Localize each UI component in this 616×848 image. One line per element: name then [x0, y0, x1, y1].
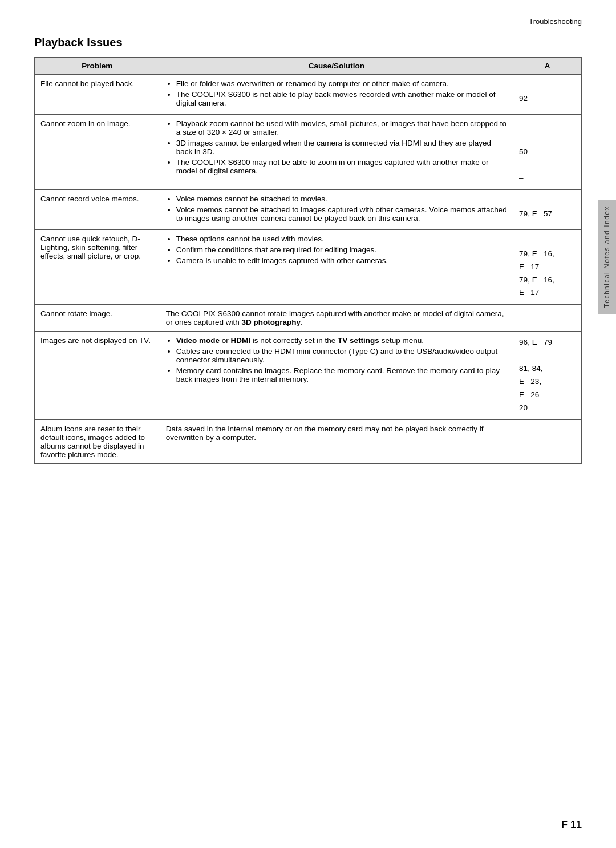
table-row: Album icons are reset to their default i… [35, 420, 582, 464]
list-item: Memory card contains no images. Replace … [176, 366, 507, 383]
cause-cell: Voice memos cannot be attached to movies… [160, 189, 513, 229]
a-cell: –92 [513, 75, 582, 115]
list-item: Voice memos cannot be attached to images… [176, 205, 507, 223]
a-cell: – [513, 305, 582, 332]
page-title: Playback Issues [34, 36, 582, 49]
cause-cell: These options cannot be used with movies… [160, 229, 513, 305]
cause-cell: The COOLPIX S6300 cannot rotate images c… [160, 305, 513, 332]
table-row: Cannot use quick retouch, D-Lighting, sk… [35, 229, 582, 305]
col-cause: Cause/Solution [160, 58, 513, 75]
a-value: –92 [519, 79, 576, 106]
a-value: –79, E 16,E 1779, E 16,E 17 [519, 235, 576, 300]
a-cell: –79, E 16,E 1779, E 16,E 17 [513, 229, 582, 305]
list-item: Playback zoom cannot be used with movies… [176, 119, 507, 136]
a-value: – [519, 425, 576, 438]
problem-cell: Album icons are reset to their default i… [35, 420, 160, 464]
col-a: A [513, 58, 582, 75]
a-value: 96, E 7981, 84,E 23,E 2620 [519, 336, 576, 415]
list-item: Camera is unable to edit images captured… [176, 256, 507, 265]
list-item: 3D images cannot be enlarged when the ca… [176, 139, 507, 156]
table-row: File cannot be played back. File or fold… [35, 75, 582, 115]
list-item: Confirm the conditions that are required… [176, 245, 507, 254]
cause-cell: Data saved in the internal memory or on … [160, 420, 513, 464]
list-item: File or folder was overwritten or rename… [176, 79, 507, 88]
side-tab: Technical Notes and Index [598, 200, 616, 314]
table-row: Images are not displayed on TV. Video mo… [35, 332, 582, 420]
table-row: Cannot rotate image. The COOLPIX S6300 c… [35, 305, 582, 332]
cause-text: The COOLPIX S6300 cannot rotate images c… [166, 309, 504, 326]
list-item: These options cannot be used with movies… [176, 235, 507, 243]
col-problem: Problem [35, 58, 160, 75]
section-label: Troubleshooting [34, 17, 582, 26]
list-item: Video mode or HDMI is not correctly set … [176, 336, 507, 345]
side-tab-label: Technical Notes and Index [603, 206, 611, 308]
table-row: Cannot record voice memos. Voice memos c… [35, 189, 582, 229]
a-cell: – [513, 420, 582, 464]
cause-cell: Playback zoom cannot be used with movies… [160, 115, 513, 190]
cause-cell: Video mode or HDMI is not correctly set … [160, 332, 513, 420]
list-item: Cables are connected to the HDMI mini co… [176, 347, 507, 364]
list-item: The COOLPIX S6300 is not able to play ba… [176, 90, 507, 107]
page-container: Troubleshooting Playback Issues Problem … [0, 0, 616, 848]
list-item: The COOLPIX S6300 may not be able to zoo… [176, 158, 507, 175]
a-value: – [519, 309, 576, 322]
a-value: –79, E 57 [519, 195, 576, 221]
cause-cell: File or folder was overwritten or rename… [160, 75, 513, 115]
problem-cell: Images are not displayed on TV. [35, 332, 160, 420]
a-cell: 96, E 7981, 84,E 23,E 2620 [513, 332, 582, 420]
a-value: –50– [519, 119, 576, 185]
a-cell: –79, E 57 [513, 189, 582, 229]
table-row: Cannot zoom in on image. Playback zoom c… [35, 115, 582, 190]
problem-cell: Cannot record voice memos. [35, 189, 160, 229]
list-item: Voice memos cannot be attached to movies… [176, 195, 507, 203]
page-number: F 11 [561, 819, 582, 831]
cause-text: Data saved in the internal memory or on … [166, 425, 484, 442]
a-cell: –50– [513, 115, 582, 190]
problem-cell: Cannot use quick retouch, D-Lighting, sk… [35, 229, 160, 305]
problem-cell: File cannot be played back. [35, 75, 160, 115]
playback-issues-table: Problem Cause/Solution A File cannot be … [34, 57, 582, 464]
problem-cell: Cannot rotate image. [35, 305, 160, 332]
problem-cell: Cannot zoom in on image. [35, 115, 160, 190]
